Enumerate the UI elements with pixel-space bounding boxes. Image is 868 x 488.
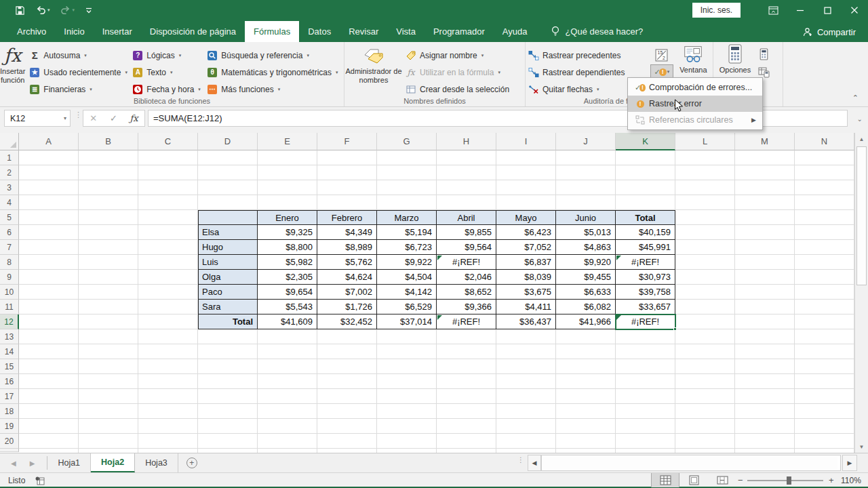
column-header-D[interactable]: D [198, 133, 258, 150]
tab-archivo[interactable]: Archivo [8, 21, 55, 42]
close-button[interactable] [841, 0, 868, 20]
minimize-button[interactable] [787, 0, 814, 20]
column-header-I[interactable]: I [496, 133, 556, 150]
column-header-F[interactable]: F [317, 133, 377, 150]
cell-K12[interactable]: #¡REF! [616, 314, 675, 329]
cell-J6[interactable]: $5,013 [556, 225, 616, 240]
cell-J12[interactable]: $41,966 [556, 314, 616, 329]
vertical-scrollbar-thumb[interactable] [856, 146, 867, 285]
cell-D12[interactable]: Total [198, 314, 258, 329]
horizontal-scrollbar[interactable] [541, 455, 841, 471]
column-header-B[interactable]: B [79, 133, 138, 150]
tell-me-box[interactable]: ¿Qué desea hacer? [551, 26, 643, 42]
menu-item-rastrear-error[interactable]: !Rastrear error [628, 96, 762, 112]
column-header-H[interactable]: H [437, 133, 496, 150]
cell-H9[interactable]: $2,046 [437, 270, 496, 285]
row-header-6[interactable]: 6 [0, 225, 19, 240]
cell-D7[interactable]: Hugo [198, 240, 258, 255]
cell-F11[interactable]: $1,726 [317, 300, 377, 314]
horizontal-scrollbar-thumb[interactable] [543, 457, 837, 469]
ribbon-button-autosuma[interactable]: ΣAutosuma▾ [26, 47, 130, 64]
column-header-K[interactable]: K [616, 133, 675, 150]
row-header-19[interactable]: 19 [0, 419, 19, 434]
cell-G6[interactable]: $5,194 [377, 225, 437, 240]
cells-area[interactable]: EneroFebreroMarzoAbrilMayoJunioTotalElsa… [19, 150, 854, 453]
cell-D10[interactable]: Paco [198, 285, 258, 300]
ribbon-button-matematicas-y-trigonometricas[interactable]: θMatemáticas y trigonométricas▾ [204, 64, 351, 81]
row-header-12[interactable]: 12 [0, 314, 19, 329]
cell-D5[interactable] [198, 210, 258, 225]
cell-H12[interactable]: #¡REF! [437, 314, 496, 329]
cell-I7[interactable]: $7,052 [496, 240, 556, 255]
cell-F10[interactable]: $7,002 [317, 285, 377, 300]
scroll-up-button[interactable]: ▲ [855, 133, 868, 145]
row-header-5[interactable]: 5 [0, 210, 19, 225]
hscroll-left-button[interactable]: ◀ [528, 455, 541, 471]
cell-K8[interactable]: #¡REF! [616, 255, 675, 270]
row-header-15[interactable]: 15 [0, 359, 19, 374]
cell-J8[interactable]: $9,920 [556, 255, 616, 270]
cell-G9[interactable]: $4,504 [377, 270, 437, 285]
tab-ayuda[interactable]: Ayuda [494, 21, 536, 42]
scroll-down-button[interactable]: ▼ [855, 441, 868, 453]
cell-F8[interactable]: $5,762 [317, 255, 377, 270]
column-header-C[interactable]: C [138, 133, 198, 150]
page-layout-view-button[interactable] [679, 473, 708, 487]
cell-I10[interactable]: $3,675 [496, 285, 556, 300]
cell-G11[interactable]: $6,529 [377, 300, 437, 314]
menu-item-referencias-circulares[interactable]: Referencias circulares▶ [628, 112, 762, 128]
zoom-slider[interactable] [747, 480, 823, 481]
sheet-tab-hoja2[interactable]: Hoja2 [91, 453, 135, 472]
show-formulas-button[interactable]: 152 [652, 47, 672, 63]
tab-programador[interactable]: Programador [425, 21, 494, 42]
ribbon-button-texto[interactable]: ATexto▾ [130, 64, 204, 81]
name-box-dropdown-arrow[interactable]: ▾ [64, 115, 66, 121]
sign-in-button[interactable]: Inic. ses. [692, 3, 741, 18]
page-break-preview-button[interactable] [708, 473, 736, 487]
normal-view-button[interactable] [651, 473, 679, 487]
row-header-13[interactable]: 13 [0, 329, 19, 344]
cell-E11[interactable]: $5,543 [258, 300, 317, 314]
tab-split-handle[interactable]: ⋮ [517, 458, 524, 462]
cell-E8[interactable]: $5,982 [258, 255, 317, 270]
tab-disposicion-de-pagina[interactable]: Disposición de página [141, 21, 245, 42]
hscroll-right-button[interactable]: ▶ [842, 455, 857, 471]
cell-J5[interactable]: Junio [556, 210, 616, 225]
column-header-E[interactable]: E [258, 133, 317, 150]
cell-F5[interactable]: Febrero [317, 210, 377, 225]
share-button[interactable]: Compartir [803, 27, 856, 37]
cell-K5[interactable]: Total [616, 210, 675, 225]
cell-I9[interactable]: $8,039 [496, 270, 556, 285]
collapse-ribbon-button[interactable]: ⌃ [852, 94, 859, 102]
cell-G5[interactable]: Marzo [377, 210, 437, 225]
ribbon-button-logicas[interactable]: ?Lógicas▾ [130, 47, 204, 64]
select-all-corner[interactable] [0, 133, 19, 150]
cell-F12[interactable]: $32,452 [317, 314, 377, 329]
cell-F9[interactable]: $4,624 [317, 270, 377, 285]
tab-insertar[interactable]: Insertar [94, 21, 141, 42]
row-header-10[interactable]: 10 [0, 285, 19, 300]
cell-D6[interactable]: Elsa [198, 225, 258, 240]
next-sheet-button[interactable]: ▶ [30, 460, 35, 467]
ribbon-button-busqueda-y-referencia[interactable]: Búsqueda y referencia▾ [204, 47, 351, 64]
save-button[interactable] [15, 5, 25, 16]
row-header-17[interactable]: 17 [0, 389, 19, 404]
column-header-A[interactable]: A [19, 133, 79, 150]
row-header-4[interactable]: 4 [0, 195, 19, 210]
tab-inicio[interactable]: Inicio [55, 21, 93, 42]
cell-E6[interactable]: $9,325 [258, 225, 317, 240]
row-header-16[interactable]: 16 [0, 374, 19, 389]
cell-G10[interactable]: $4,142 [377, 285, 437, 300]
cell-H7[interactable]: $9,564 [437, 240, 496, 255]
cell-K11[interactable]: $33,657 [616, 300, 675, 314]
row-header-18[interactable]: 18 [0, 404, 19, 419]
row-header-3[interactable]: 3 [0, 180, 19, 195]
tab-revisar[interactable]: Revisar [340, 21, 387, 42]
sheet-tab-hoja1[interactable]: Hoja1 [47, 453, 91, 472]
row-header-7[interactable]: 7 [0, 240, 19, 255]
formula-bar-handle[interactable]: ⋮ [75, 113, 82, 117]
maximize-button[interactable] [814, 0, 841, 20]
cell-E9[interactable]: $2,305 [258, 270, 317, 285]
column-header-J[interactable]: J [556, 133, 616, 150]
insert-function-fx-icon[interactable]: ƒx [130, 113, 138, 123]
